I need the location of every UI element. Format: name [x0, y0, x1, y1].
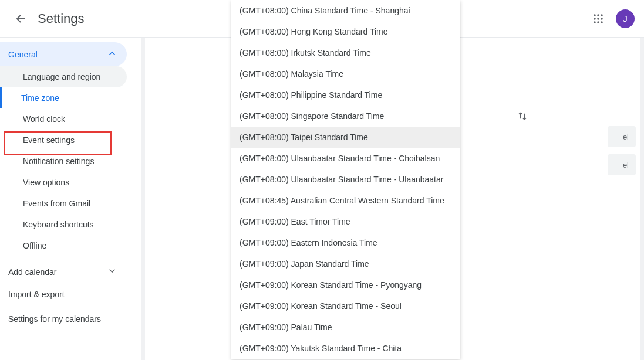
- sidebar-item-events-from-gmail[interactable]: Events from Gmail: [0, 193, 127, 214]
- timezone-option[interactable]: (GMT+09:00) Korean Standard Time - Pyong…: [231, 274, 460, 296]
- timezone-option[interactable]: (GMT+09:00) Japan Standard Time: [231, 253, 460, 274]
- timezone-option[interactable]: (GMT+08:00) Irkutsk Standard Time: [231, 42, 460, 63]
- timezone-option[interactable]: (GMT+08:00) Taipei Standard Time: [231, 127, 460, 148]
- sidebar-item-keyboard-shortcuts[interactable]: Keyboard shortcuts: [0, 214, 127, 235]
- sidebar-item-time-zone[interactable]: Time zone: [0, 87, 127, 108]
- back-button[interactable]: [9, 7, 33, 30]
- timezone-label-field-2[interactable]: el: [608, 154, 636, 175]
- nav-group-label: General: [8, 50, 38, 59]
- google-apps-button[interactable]: [586, 7, 610, 30]
- timezone-option[interactable]: (GMT+08:00) Malaysia Time: [231, 63, 460, 84]
- sidebar-item-notification-settings[interactable]: Notification settings: [0, 151, 127, 172]
- nav-section-my-calendars: Settings for my calendars: [0, 305, 145, 328]
- svg-point-3: [594, 18, 596, 20]
- timezone-option[interactable]: (GMT+08:00) Ulaanbaatar Standard Time - …: [231, 148, 460, 169]
- svg-point-1: [597, 14, 599, 16]
- svg-point-2: [601, 14, 603, 16]
- svg-point-8: [601, 21, 603, 23]
- sidebar-item-world-clock[interactable]: World clock: [0, 108, 127, 130]
- sidebar-item-event-settings[interactable]: Event settings: [0, 130, 127, 151]
- label-text-1: el: [623, 133, 629, 141]
- timezone-option[interactable]: (GMT+08:00) China Standard Time - Shangh…: [231, 0, 460, 21]
- header-actions: J: [586, 7, 635, 30]
- nav-add-calendar-label: Add calendar: [8, 267, 57, 277]
- apps-grid-icon: [593, 13, 603, 24]
- arrow-back-icon: [14, 12, 28, 26]
- timezone-option[interactable]: (GMT+09:00) Yakutsk Standard Time - Chit…: [231, 338, 460, 359]
- timezone-option[interactable]: (GMT+08:00) Hong Kong Standard Time: [231, 21, 460, 42]
- svg-point-4: [597, 18, 599, 20]
- settings-sidebar: General Language and regionTime zoneWorl…: [0, 38, 146, 360]
- timezone-option[interactable]: (GMT+09:00) East Timor Time: [231, 211, 460, 232]
- timezone-option[interactable]: (GMT+09:00) Eastern Indonesia Time: [231, 232, 460, 253]
- nav-items-list: Language and regionTime zoneWorld clockE…: [0, 66, 145, 256]
- swap-vertical-icon: [517, 110, 528, 122]
- nav-import-export[interactable]: Import & export: [0, 284, 127, 305]
- nav-import-export-label: Import & export: [8, 290, 65, 299]
- nav-add-calendar[interactable]: Add calendar: [0, 260, 127, 284]
- svg-point-6: [594, 21, 596, 23]
- sidebar-item-offline[interactable]: Offline: [0, 235, 127, 256]
- timezone-option[interactable]: (GMT+08:00) Ulaanbaatar Standard Time - …: [231, 169, 460, 190]
- timezone-option[interactable]: (GMT+08:45) Australian Central Western S…: [231, 190, 460, 211]
- chevron-down-icon: [107, 266, 117, 278]
- timezone-dropdown[interactable]: (GMT+08:00) China Standard Time - Shangh…: [231, 0, 460, 359]
- page-scrollbar[interactable]: [640, 38, 644, 360]
- timezone-option[interactable]: (GMT+08:00) Singapore Standard Time: [231, 106, 460, 127]
- svg-point-7: [597, 21, 599, 23]
- label-text-2: el: [623, 161, 629, 169]
- account-avatar[interactable]: J: [616, 9, 635, 28]
- sidebar-item-language-and-region[interactable]: Language and region: [0, 66, 127, 87]
- page-title: Settings: [38, 11, 85, 26]
- swap-timezones-button[interactable]: [511, 104, 534, 128]
- sidebar-scrollbar[interactable]: [141, 38, 145, 360]
- timezone-option[interactable]: (GMT+09:00) Palau Time: [231, 317, 460, 338]
- timezone-option[interactable]: (GMT+08:00) Philippine Standard Time: [231, 84, 460, 106]
- nav-group-general: General Language and regionTime zoneWorl…: [0, 42, 145, 256]
- chevron-up-icon: [107, 48, 117, 60]
- timezone-label-field-1[interactable]: el: [608, 126, 636, 147]
- sidebar-item-view-options[interactable]: View options: [0, 172, 127, 193]
- timezone-option[interactable]: (GMT+09:00) Korean Standard Time - Seoul: [231, 296, 460, 317]
- svg-point-0: [594, 14, 596, 16]
- nav-group-header-general[interactable]: General: [0, 42, 127, 66]
- svg-point-5: [601, 18, 603, 20]
